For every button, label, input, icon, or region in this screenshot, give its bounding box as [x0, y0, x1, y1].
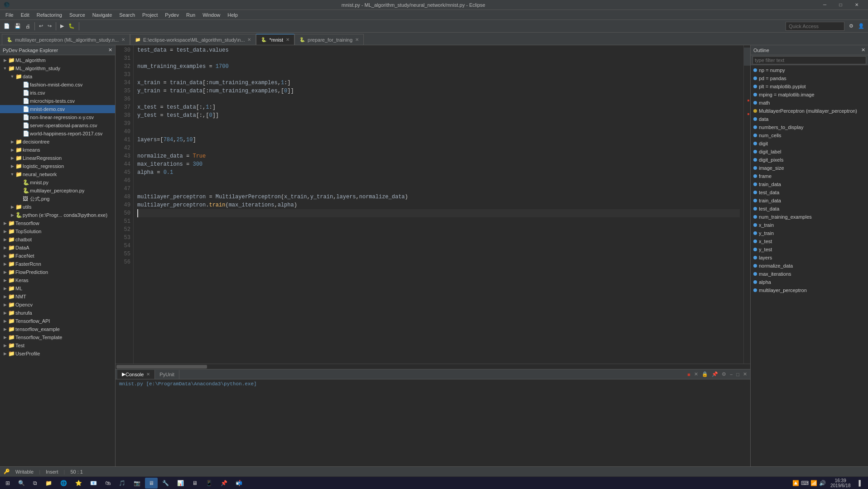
sidebar-item-server-params[interactable]: 📄 server-operational-params.csv	[0, 121, 115, 129]
menu-search[interactable]: Search	[116, 11, 139, 19]
sidebar-item-keras[interactable]: ▶ 📁 Keras	[0, 276, 115, 284]
console-minimize-btn[interactable]: −	[728, 371, 734, 378]
sidebar-item-ml-algorithm[interactable]: ▶ 📁 ML_algorithm	[0, 56, 115, 64]
outline-item-frame[interactable]: frame	[751, 172, 868, 180]
run-button[interactable]: ▶	[58, 22, 66, 30]
outline-item-x-train[interactable]: x_train	[751, 221, 868, 229]
sidebar-item-facenet[interactable]: ▶ 📁 FaceNet	[0, 252, 115, 260]
outline-item-alpha[interactable]: alpha	[751, 278, 868, 286]
outline-filter-input[interactable]	[752, 56, 866, 64]
debug-button[interactable]: 🐛	[67, 22, 77, 30]
undo-button[interactable]: ↩	[37, 22, 45, 30]
console-maximize-btn[interactable]: □	[735, 371, 741, 378]
outline-item-digit-pixels[interactable]: digit_pixels	[751, 156, 868, 164]
sidebar-item-fashion-mnist[interactable]: 📄 fashion-mnist-demo.csv	[0, 81, 115, 89]
tab-close-3[interactable]: ✕	[286, 37, 289, 42]
ie-btn[interactable]: ⭐	[72, 478, 86, 489]
eclipse-btn[interactable]: 🖥	[145, 478, 158, 489]
console-tab-close[interactable]: ✕	[146, 372, 150, 377]
sidebar-item-utils[interactable]: ▶ 📁 utils	[0, 203, 115, 211]
outline-item-pd[interactable]: pd = pandas	[751, 74, 868, 82]
toolbar-icon-1[interactable]: ⚙	[847, 22, 855, 30]
taskbar-clock[interactable]: 16:39 2019/6/18	[827, 478, 854, 488]
sidebar-item-tensorflow[interactable]: ▶ 📁 Tensorflow	[0, 219, 115, 227]
sidebar-item-tensorflow-template[interactable]: ▶ 📁 Tensorflow_Template	[0, 333, 115, 341]
outline-item-digit-label[interactable]: digit_label	[751, 148, 868, 156]
console-close-btn[interactable]: ✕	[742, 370, 748, 378]
save-button[interactable]: 💾	[13, 22, 23, 30]
tool-btn-1[interactable]: 🔧	[159, 478, 173, 489]
console-stop-btn[interactable]: ■	[686, 371, 692, 378]
sidebar-item-mnist-py[interactable]: 🐍 mnist.py	[0, 178, 115, 187]
outline-item-num-cells[interactable]: num_cells	[751, 131, 868, 139]
sidebar-item-nonlinear[interactable]: 📄 non-linear-regression-x-y.csv	[0, 113, 115, 121]
menu-help[interactable]: Help	[224, 11, 241, 19]
sidebar-item-nmt[interactable]: ▶ 📁 NMT	[0, 292, 115, 301]
code-content[interactable]: test_data = test_data.values num_trainin…	[134, 45, 743, 364]
sidebar-item-tensorflow-example[interactable]: ▶ 📁 tensorflow_example	[0, 325, 115, 333]
sidebar-item-test[interactable]: ▶ 📁 Test	[0, 341, 115, 350]
sidebar-item-microchips[interactable]: 📄 microchips-tests.csv	[0, 97, 115, 105]
sidebar-item-iris[interactable]: 📄 iris.csv	[0, 89, 115, 97]
menu-edit[interactable]: Edit	[17, 11, 33, 19]
sidebar-item-dataa[interactable]: ▶ 📁 DataA	[0, 244, 115, 252]
tab-filepath[interactable]: 📁 E:\eclipse-workspace\ML_algorithm_stud…	[130, 34, 256, 45]
outline-item-multilayer-perceptron-var[interactable]: multilayer_perceptron	[751, 286, 868, 294]
toolbar-icon-2[interactable]: 👤	[856, 22, 866, 30]
tab-multilayer-perceptron[interactable]: 🐍 multilayer_perceptron (ML_algorithm_st…	[2, 34, 130, 45]
sidebar-item-logistic-regression[interactable]: ▶ 📁 logistic_regression	[0, 162, 115, 170]
outline-item-data[interactable]: data	[751, 115, 868, 123]
start-button[interactable]: ⊞	[2, 478, 14, 489]
browser-btn[interactable]: 🌐	[57, 478, 71, 489]
close-button[interactable]: ✕	[849, 0, 864, 10]
outline-item-train-data-1[interactable]: train_data	[751, 180, 868, 188]
console-pin-btn[interactable]: 📌	[710, 370, 719, 378]
sidebar-item-python[interactable]: ▶ 🐍 python (e:\Progr... conda3\python.ex…	[0, 211, 115, 219]
console-scroll-lock-btn[interactable]: 🔒	[700, 370, 709, 378]
scroll-thumb[interactable]	[116, 365, 207, 369]
sidebar-item-data[interactable]: ▼ 📁 data	[0, 72, 115, 81]
print-button[interactable]: 🖨	[24, 23, 32, 30]
menu-project[interactable]: Project	[139, 11, 161, 19]
sidebar-item-tensorflow-api[interactable]: ▶ 📁 Tensorflow_API	[0, 317, 115, 325]
music-btn[interactable]: 🎵	[115, 478, 129, 489]
code-editor[interactable]: 30313233 34353637 38394041 42434445 4647…	[116, 45, 750, 364]
console-settings-btn[interactable]: ⚙	[720, 370, 728, 378]
tab-close-4[interactable]: ✕	[355, 37, 359, 42]
outline-item-math[interactable]: math	[751, 99, 868, 107]
outline-item-y-train[interactable]: y_train	[751, 229, 868, 237]
sidebar-item-ml-algorithm-study[interactable]: ▼ 📁 ML_algorithm_study	[0, 64, 115, 72]
sidebar-item-topsolution[interactable]: ▶ 📁 TopSolution	[0, 227, 115, 235]
search-button[interactable]: 🔍	[14, 478, 29, 489]
outline-item-x-test[interactable]: x_test	[751, 237, 868, 245]
sidebar-item-multilayer-py[interactable]: 🐍 multilayer_perceptron.py	[0, 187, 115, 195]
tray-icon-2[interactable]: ⌨	[801, 480, 809, 486]
outline-item-train-data-2[interactable]: train_data	[751, 197, 868, 205]
new-button[interactable]: 📄	[2, 22, 12, 30]
console-clear-btn[interactable]: ✕	[693, 370, 699, 378]
menu-source[interactable]: Source	[66, 11, 89, 19]
horizontal-scrollbar[interactable]	[116, 364, 750, 369]
sidebar-item-linear-regression[interactable]: ▶ 📁 LinearRegression	[0, 154, 115, 162]
task-view-button[interactable]: ⧉	[29, 478, 41, 489]
tool-btn-2[interactable]: 🖥	[188, 478, 201, 489]
sidebar-item-chatbot[interactable]: ▶ 📁 chatbot	[0, 235, 115, 244]
photos-btn[interactable]: 📷	[130, 478, 144, 489]
outline-item-np[interactable]: np = numpy	[751, 66, 868, 74]
tab-mnist[interactable]: 🐍 *mnist ✕	[256, 34, 294, 45]
outline-item-image-size[interactable]: image_size	[751, 164, 868, 172]
tab-prepare[interactable]: 🐍 prepare_for_training ✕	[294, 34, 364, 45]
outline-item-max-iterations[interactable]: max_iterations	[751, 270, 868, 278]
outline-item-test-data-1[interactable]: test_data	[751, 188, 868, 197]
sidebar-item-mnist-demo[interactable]: 📄 mnist-demo.csv	[0, 105, 115, 113]
console-tab-pyunit[interactable]: PyUnit	[155, 370, 179, 379]
sidebar-item-neural-network[interactable]: ▼ 📁 neural_network	[0, 170, 115, 178]
tray-icon-4[interactable]: 🔊	[819, 480, 826, 486]
menu-run[interactable]: Run	[183, 11, 199, 19]
file-explorer-btn[interactable]: 📁	[42, 478, 56, 489]
tab-close-2[interactable]: ✕	[247, 37, 251, 42]
sidebar-item-flowprediction[interactable]: ▶ 📁 FlowPrediction	[0, 268, 115, 276]
sidebar-item-opencv[interactable]: ▶ 📁 Opencv	[0, 301, 115, 309]
outline-close[interactable]: ✕	[861, 47, 865, 53]
tray-icon-3[interactable]: 📶	[810, 480, 817, 486]
